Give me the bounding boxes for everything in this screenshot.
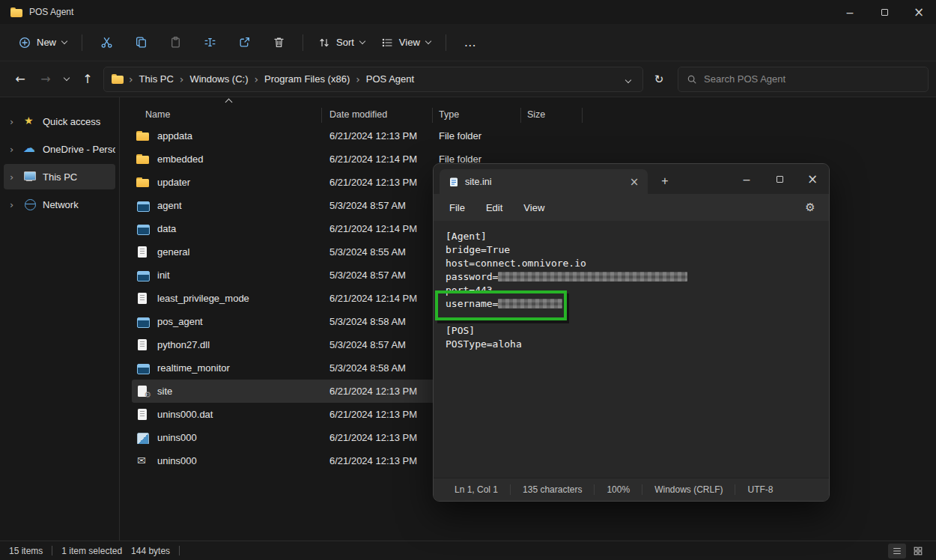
close-button[interactable] <box>902 0 936 24</box>
chevron-right-icon <box>10 116 17 127</box>
sidebar-item-network[interactable]: Network <box>4 192 115 217</box>
file-name: pos_agent <box>157 316 203 327</box>
encoding[interactable]: UTF-8 <box>735 484 785 495</box>
editor-line: [Agent] <box>446 230 829 243</box>
zoom-level[interactable]: 100% <box>594 484 642 495</box>
file-date: 5/3/2024 8:57 AM <box>322 339 433 350</box>
address-dropdown-button[interactable] <box>622 69 635 89</box>
network-icon <box>23 198 37 210</box>
column-header-date-modified[interactable]: Date modified <box>322 109 433 120</box>
notepad-tab-site-ini[interactable]: site.ini <box>440 169 648 194</box>
file-name: unins000 <box>157 432 197 443</box>
sidebar-item-this-pc[interactable]: This PC <box>4 164 115 189</box>
view-button-label: View <box>399 37 420 48</box>
file-name: appdata <box>157 130 192 141</box>
file-date: 6/21/2024 12:14 PM <box>322 293 433 304</box>
maximize-icon <box>777 176 783 183</box>
refresh-button[interactable] <box>646 67 672 92</box>
file-name: agent <box>157 200 182 211</box>
file-name: embedded <box>157 153 203 165</box>
large-icons-view-button[interactable] <box>909 544 927 559</box>
breadcrumb-program-files-x86[interactable]: Program Files (x86) <box>259 70 355 88</box>
file-row-appdata[interactable]: appdata 6/21/2024 12:13 PM File folder <box>132 124 595 147</box>
file-date: 5/3/2024 8:55 AM <box>322 246 433 258</box>
search-icon <box>687 74 697 85</box>
breadcrumb-this-pc[interactable]: This PC <box>134 70 179 88</box>
notepad-editor[interactable]: [Agent] bridge=True host=connect.omnivor… <box>434 221 829 478</box>
editor-line-password: password= <box>446 270 829 284</box>
minimize-button[interactable] <box>833 0 867 24</box>
paste-button[interactable] <box>159 29 191 56</box>
column-header-size[interactable]: Size <box>521 109 583 120</box>
minimize-icon <box>742 172 751 186</box>
sidebar-item-quick-access[interactable]: Quick access <box>4 109 115 134</box>
file-date: 6/21/2024 12:13 PM <box>322 432 433 443</box>
line-ending-type[interactable]: Windows (CRLF) <box>642 484 735 495</box>
file-name: least_privilege_mode <box>157 293 249 304</box>
file-name: unins000.dat <box>157 409 213 420</box>
statusbar-divider <box>179 546 180 556</box>
column-headers: Name Date modified Type Size <box>120 97 936 124</box>
menu-view[interactable]: View <box>514 198 554 218</box>
column-header-type[interactable]: Type <box>433 109 521 120</box>
notepad-window-controls <box>730 164 829 194</box>
sidebar-item-label: This PC <box>43 171 77 183</box>
toolbar-divider <box>303 34 303 51</box>
sort-button[interactable]: Sort <box>310 31 373 55</box>
notepad-minimize-button[interactable] <box>730 164 763 194</box>
breadcrumb-windows-c[interactable]: Windows (C:) <box>184 70 253 88</box>
selection-count: 1 item selected <box>61 546 122 556</box>
details-view-button[interactable] <box>888 544 906 559</box>
recent-locations-button[interactable] <box>58 67 75 92</box>
breadcrumb-separator <box>128 73 134 85</box>
up-button[interactable] <box>75 67 100 92</box>
paste-icon <box>169 36 182 49</box>
delete-button[interactable] <box>263 29 294 56</box>
column-header-name[interactable]: Name <box>120 109 322 120</box>
menu-edit[interactable]: Edit <box>476 198 512 218</box>
notepad-maximize-button[interactable] <box>763 164 796 194</box>
search-input[interactable] <box>704 73 920 85</box>
share-button[interactable] <box>228 29 260 56</box>
back-button[interactable] <box>7 67 33 92</box>
new-button-label: New <box>37 37 56 48</box>
mail-icon <box>136 455 150 467</box>
scissors-icon <box>100 36 113 49</box>
forward-arrow-icon <box>40 72 50 86</box>
file-name: python27.dll <box>157 339 210 350</box>
sidebar-item-onedrive[interactable]: OneDrive - Personal <box>4 136 115 162</box>
file-name: general <box>157 246 189 258</box>
maximize-icon <box>881 9 888 16</box>
installer-icon <box>136 432 150 444</box>
new-button[interactable]: New <box>10 31 75 55</box>
highlight-box-username <box>435 290 567 320</box>
forward-button[interactable] <box>33 67 58 92</box>
menu-file[interactable]: File <box>440 198 475 218</box>
notepad-close-button[interactable] <box>796 164 829 194</box>
file-date: 6/21/2024 12:14 PM <box>322 153 433 165</box>
window-title: POS Agent <box>29 7 73 17</box>
tab-close-button[interactable] <box>627 174 642 189</box>
new-tab-button[interactable] <box>654 171 676 192</box>
view-button[interactable]: View <box>373 31 439 55</box>
search-box[interactable] <box>678 67 929 92</box>
chevron-down-icon <box>625 77 631 83</box>
breadcrumb-pos-agent[interactable]: POS Agent <box>361 70 419 88</box>
rename-button[interactable] <box>194 29 225 56</box>
chevron-down-icon <box>61 38 67 44</box>
close-icon <box>914 4 924 19</box>
folder-icon <box>112 74 124 84</box>
settings-gear-button[interactable] <box>797 196 823 219</box>
maximize-button[interactable] <box>867 0 902 24</box>
file-name: updater <box>157 177 190 188</box>
copy-button[interactable] <box>125 29 156 56</box>
address-bar[interactable]: This PC Windows (C:) Program Files (x86)… <box>103 67 643 92</box>
cursor-position: Ln 1, Col 1 <box>443 484 510 495</box>
cut-button[interactable] <box>91 29 122 56</box>
chevron-right-icon <box>10 199 17 210</box>
close-icon <box>807 171 818 186</box>
new-plus-icon <box>19 37 31 49</box>
more-options-button[interactable] <box>455 29 486 56</box>
folder-icon <box>136 130 150 142</box>
password-redacted-value <box>498 272 687 281</box>
